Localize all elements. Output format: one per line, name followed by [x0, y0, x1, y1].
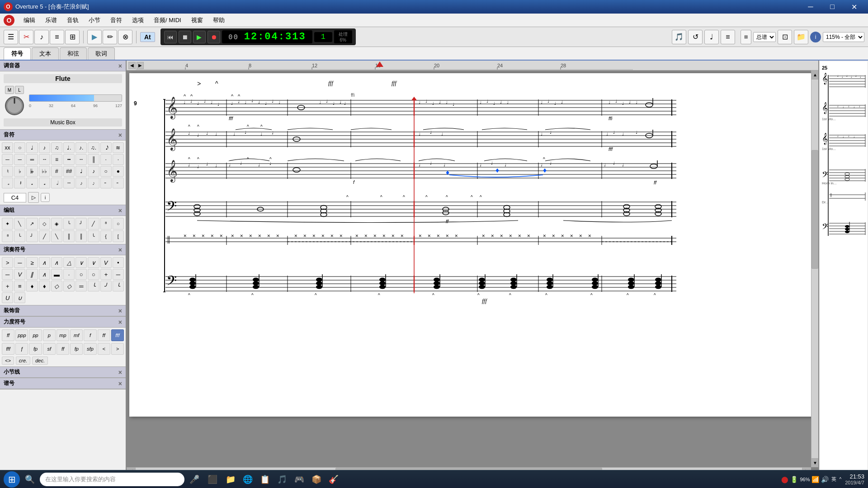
grp-10[interactable]: ○	[113, 218, 124, 230]
barline-header[interactable]: 小节线 ×	[0, 367, 126, 378]
sym-r10[interactable]: ·	[113, 154, 124, 165]
perf-24[interactable]: ♦	[39, 281, 50, 291]
perf-19[interactable]: +	[100, 269, 112, 280]
scroll-down-btn[interactable]: ▼	[811, 458, 818, 467]
grp-16[interactable]: ║	[63, 230, 75, 242]
perf-28[interactable]: ╰	[88, 281, 99, 291]
taskbar-voice-btn[interactable]: 🎤	[186, 471, 203, 488]
taskbar-app-3[interactable]: 📋	[257, 471, 273, 488]
menu-track[interactable]: 音轨	[62, 14, 83, 26]
battery-icon[interactable]: 🔋	[790, 476, 798, 483]
dyn-f2[interactable]: ƒ	[15, 343, 28, 355]
perf-7[interactable]: ∨	[75, 257, 87, 268]
sym-dotb[interactable]: ♫.	[88, 142, 99, 153]
dyn-sf[interactable]: sf	[43, 343, 56, 355]
dynamics-header[interactable]: 力度符号 ×	[0, 317, 126, 328]
sym-32nd[interactable]: ≋	[113, 142, 124, 153]
dyn-sfp[interactable]: sfp	[84, 343, 96, 355]
perf-17[interactable]: ○	[75, 269, 87, 280]
perf-22[interactable]: ≡	[14, 281, 25, 291]
dyn-decresc[interactable]: >	[111, 343, 124, 355]
v-scroll-thumb[interactable]	[811, 150, 818, 269]
stop-button[interactable]: ⏹	[179, 31, 191, 43]
group-collapse[interactable]: ×	[118, 207, 122, 214]
note-symbols-collapse[interactable]: ×	[118, 131, 122, 139]
sym-dflat2[interactable]: ♭♭	[39, 166, 50, 177]
perf-3[interactable]: ≥	[26, 257, 38, 268]
menu-view[interactable]: 视窗	[187, 14, 208, 26]
sym-dot2[interactable]: 𝅗.	[39, 178, 50, 188]
sym-flat[interactable]: ♭	[14, 166, 25, 177]
notation-collapse[interactable]: ×	[118, 380, 122, 387]
perf-29[interactable]: ╯	[100, 281, 112, 291]
note-symbols-header[interactable]: 音符 ×	[0, 130, 126, 141]
perf-1[interactable]: >	[2, 257, 13, 268]
sym-16th[interactable]: 𝅘𝅥𝅯	[100, 142, 112, 153]
perf-16[interactable]: ·	[63, 269, 75, 280]
m-button[interactable]: M	[5, 86, 14, 94]
close-button[interactable]: ✕	[844, 0, 864, 14]
tab-lyrics[interactable]: 歌词	[88, 47, 115, 60]
dyn-p[interactable]: p	[43, 329, 56, 341]
eraser-button[interactable]: ⊗	[118, 30, 132, 44]
sym-rest[interactable]: 𝄽	[14, 178, 25, 188]
grp-19[interactable]: {	[100, 230, 112, 242]
table-button[interactable]: ⊞	[65, 30, 80, 44]
grp-4[interactable]: ◇	[39, 218, 50, 230]
pitch-info[interactable]: i	[41, 193, 50, 202]
sym-n2[interactable]: ♪	[88, 166, 99, 177]
grp-6[interactable]: ╰	[63, 218, 75, 230]
sym-r9[interactable]: ·	[100, 154, 112, 165]
sym-dsharp[interactable]: ##	[63, 166, 75, 177]
sym-dflat[interactable]: 𝄫	[26, 166, 38, 177]
grp-9[interactable]: ⁸	[100, 218, 112, 230]
nav-prev[interactable]: ◀	[128, 62, 136, 69]
grp-1[interactable]: ✦	[2, 218, 13, 230]
menu-score[interactable]: 乐谱	[41, 14, 61, 26]
menu-edit[interactable]: 编辑	[19, 14, 40, 26]
sym-beamed[interactable]: ♫	[51, 142, 62, 153]
sym-natural[interactable]: ♮	[2, 166, 13, 177]
perf-21[interactable]: +	[2, 281, 13, 291]
perf-31[interactable]: U	[2, 292, 13, 303]
tab-symbols[interactable]: 符号	[4, 47, 31, 60]
perf-header[interactable]: 演奏符号 ×	[0, 244, 126, 255]
sym-r2[interactable]: ─	[14, 154, 25, 165]
perf-11[interactable]: ─	[2, 269, 13, 280]
grp-5[interactable]: ◈	[51, 218, 62, 230]
sym-r6[interactable]: ╍	[63, 154, 75, 165]
perf-8[interactable]: ∨	[88, 257, 99, 268]
grp-7[interactable]: ╯	[75, 218, 87, 230]
taskbar-app-4[interactable]: 🎵	[274, 471, 290, 488]
sym-xx[interactable]: xx	[2, 142, 13, 153]
expand-tray[interactable]: ^	[839, 477, 841, 482]
menu-options[interactable]: 选项	[127, 14, 148, 26]
pencil-button[interactable]: ✏	[103, 30, 117, 44]
perf-25[interactable]: ◇	[51, 281, 62, 291]
taskbar-app-1[interactable]: 📁	[222, 471, 239, 488]
pitch-arrow-right[interactable]: ▷	[28, 192, 39, 203]
sym-sharp[interactable]: #	[51, 166, 62, 177]
sym-w3[interactable]: 𝆔	[75, 178, 87, 188]
dyn-ff2[interactable]: ff	[98, 329, 110, 341]
perf-26[interactable]: ◇	[63, 281, 75, 291]
tab-text[interactable]: 文本	[32, 47, 59, 60]
dyn-mp[interactable]: mp	[57, 329, 69, 341]
sym-dotq[interactable]: ♩.	[63, 142, 75, 153]
loop-button[interactable]: ↺	[688, 30, 703, 44]
volume-knob[interactable]	[4, 95, 25, 117]
perf-14[interactable]: ∧	[39, 269, 50, 280]
score-view-btn[interactable]: ⊞	[741, 30, 751, 44]
sym-dote[interactable]: ♪.	[75, 142, 87, 153]
volume-slider[interactable]	[29, 94, 122, 102]
grp-8[interactable]: ╱	[88, 218, 99, 230]
grp-18[interactable]: ╰	[88, 230, 99, 242]
perf-12[interactable]: V	[14, 269, 25, 280]
sym-w5[interactable]: ╴	[100, 178, 112, 188]
perf-2[interactable]: ─	[14, 257, 25, 268]
grp-13[interactable]: ╯	[26, 230, 38, 242]
l-button[interactable]: L	[15, 86, 24, 94]
sym-w4[interactable]: 𝆕	[88, 178, 99, 188]
perf-6[interactable]: △	[63, 257, 75, 268]
sym-r7[interactable]: ╌	[75, 154, 87, 165]
